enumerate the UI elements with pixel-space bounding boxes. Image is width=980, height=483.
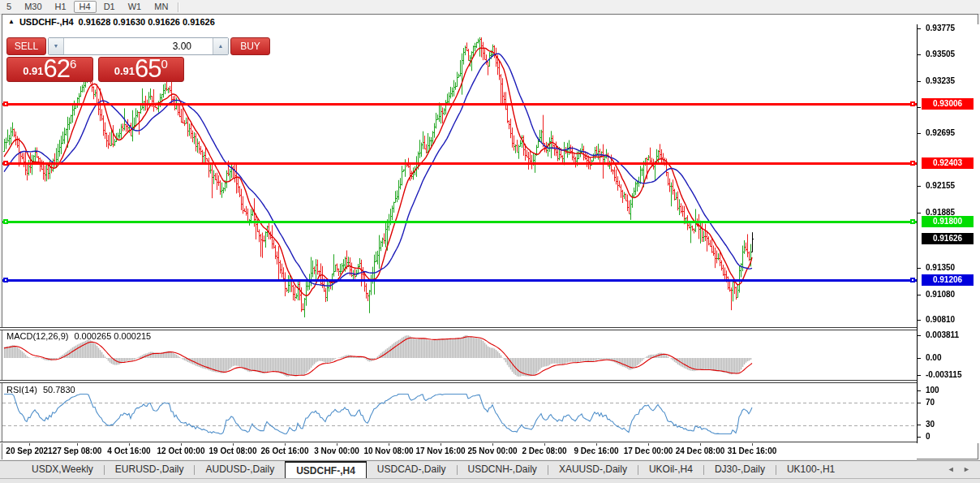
timeframe-button-5[interactable]: 5 xyxy=(1,1,17,13)
buy-button[interactable]: BUY xyxy=(230,37,270,55)
sell-price-prefix: 0.91 xyxy=(23,63,43,80)
volume-decrease-button[interactable]: ▼ xyxy=(49,38,64,54)
macd-indicator-label: MACD(12,26,9) 0.000265 0.000215 xyxy=(6,331,151,341)
price-level-handle[interactable] xyxy=(910,101,915,106)
buy-price-display[interactable]: 0.91 65 0 xyxy=(98,57,185,82)
price-level-handle[interactable] xyxy=(910,161,915,166)
timeframe-button-W1[interactable]: W1 xyxy=(122,1,148,13)
tab-uk100-h1[interactable]: UK100-,H1 xyxy=(776,461,845,478)
time-tick-mark xyxy=(233,443,234,446)
time-tick-mark xyxy=(441,443,441,446)
time-tick-mark xyxy=(337,443,337,446)
tab-eurusd-daily[interactable]: EURUSD-,Daily xyxy=(105,461,195,478)
time-tick-label: 3 Nov 00:00 xyxy=(314,446,359,455)
axis-tick-mark xyxy=(918,213,921,213)
axis-tick-label: 0 xyxy=(926,432,931,441)
time-tick-label: 2 Dec 08:00 xyxy=(522,446,566,455)
timeframe-button-D1[interactable]: D1 xyxy=(98,1,121,13)
rsi-pane-canvas[interactable] xyxy=(2,383,917,442)
tab-ukoil-h4[interactable]: UKOil-,H4 xyxy=(638,461,703,478)
axis-tick-mark xyxy=(918,107,921,108)
axis-tick-mark xyxy=(918,335,921,336)
time-tick-label: 9 Dec 16:00 xyxy=(574,446,618,455)
price-level-label[interactable]: 0.91800 xyxy=(922,216,974,227)
tab-xauusd-daily[interactable]: XAUUSD-,Daily xyxy=(548,461,638,478)
axis-tick-label: 70 xyxy=(926,398,935,407)
tab-usdx-weekly[interactable]: USDX,Weekly xyxy=(21,461,104,478)
price-level-handle[interactable] xyxy=(910,219,915,224)
time-tick-label: 19 Oct 08:00 xyxy=(209,446,257,455)
tab-usdcnh-daily[interactable]: USDCNH-,Daily xyxy=(458,461,548,478)
tab-usdchf-h4[interactable]: USDCHF-,H4 xyxy=(285,461,367,478)
chart-tabs: USDX,WeeklyEURUSD-,DailyAUDUSD-,DailyUSD… xyxy=(0,461,980,479)
axis-tick-mark xyxy=(918,403,921,403)
tab-dj30-daily[interactable]: DJ30-,Daily xyxy=(704,461,776,478)
timeframe-button-M30[interactable]: M30 xyxy=(19,1,47,13)
sell-price-display[interactable]: 0.91 62 6 xyxy=(6,57,93,82)
axis-tick-label: -0.003115 xyxy=(926,370,962,379)
sell-button[interactable]: SELL xyxy=(6,37,46,55)
axis-tick-mark xyxy=(918,425,921,425)
buy-price-prefix: 0.91 xyxy=(114,63,135,80)
axis-tick-mark xyxy=(918,81,921,82)
axis-tick-mark xyxy=(918,375,921,376)
axis-tick-mark xyxy=(918,320,921,321)
time-tick-label: 26 Oct 16:00 xyxy=(261,446,309,455)
price-level-label[interactable]: 0.91206 xyxy=(922,274,974,286)
tab-scroll-arrows[interactable]: ◄ ► xyxy=(948,465,974,473)
time-tick-mark xyxy=(700,443,701,446)
price-axis[interactable]: 0.937750.935050.932350.929650.926950.921… xyxy=(917,24,980,443)
timeframe-button-H1[interactable]: H1 xyxy=(49,1,72,13)
axis-tick-label: 30 xyxy=(926,420,935,429)
volume-stepper: ▼ ▲ xyxy=(48,37,229,55)
tab-usdcad-daily[interactable]: USDCAD-,Daily xyxy=(367,461,457,478)
axis-tick-mark xyxy=(918,390,921,391)
buy-price-big: 65 xyxy=(135,58,161,80)
axis-tick-mark xyxy=(918,295,921,295)
macd-values: 0.000265 0.000215 xyxy=(74,331,151,341)
chart-tab-bar: USDX,WeeklyEURUSD-,DailyAUDUSD-,DailyUSD… xyxy=(0,460,980,483)
tab-audusd-daily[interactable]: AUDUSD-,Daily xyxy=(195,461,285,478)
time-tick-label: 17 Dec 00:00 xyxy=(624,446,673,455)
buy-price-sup: 0 xyxy=(161,58,167,69)
time-tick-mark xyxy=(29,443,30,446)
price-level-label[interactable]: 0.93006 xyxy=(922,98,974,110)
volume-increase-button[interactable]: ▲ xyxy=(213,38,228,54)
price-level-label[interactable]: 0.91626 xyxy=(922,233,974,244)
time-tick-label: 10 Nov 08:00 xyxy=(363,446,413,455)
timeframe-toolbar: 5M30H1H4D1W1MN xyxy=(0,0,980,15)
rsi-indicator-label: RSI(14) 50.7830 xyxy=(6,385,75,395)
time-tick-mark xyxy=(752,443,753,446)
timeframe-button-H4[interactable]: H4 xyxy=(74,1,97,13)
time-tick-label: 27 Sep 08:00 xyxy=(53,446,102,455)
axis-tick-label: 100 xyxy=(926,386,939,395)
time-tick-label: 17 Nov 16:00 xyxy=(415,446,465,455)
axis-tick-label: 0.93235 xyxy=(926,76,955,85)
macd-name: MACD(12,26,9) xyxy=(6,331,68,341)
axis-tick-label: 0.92695 xyxy=(926,128,955,137)
time-tick-mark xyxy=(129,443,130,446)
axis-tick-label: 0.003811 xyxy=(926,330,959,339)
axis-tick-mark xyxy=(918,268,921,269)
time-tick-mark xyxy=(492,443,493,446)
price-level-label[interactable]: 0.92403 xyxy=(922,157,974,169)
axis-tick-mark xyxy=(918,186,921,187)
time-tick-mark xyxy=(77,443,78,446)
axis-tick-mark xyxy=(918,437,921,438)
axis-tick-mark xyxy=(918,133,921,134)
price-level-handle[interactable] xyxy=(910,278,915,282)
time-tick-mark xyxy=(181,443,182,446)
axis-tick-mark xyxy=(918,358,921,359)
axis-tick-mark xyxy=(918,28,921,29)
time-tick-label: 4 Oct 16:00 xyxy=(107,446,150,455)
axis-tick-label: 0.93775 xyxy=(926,24,955,32)
sell-price-sup: 6 xyxy=(70,58,76,69)
axis-tick-label: 0.00 xyxy=(926,353,941,362)
timeframe-button-MN[interactable]: MN xyxy=(148,1,174,13)
volume-input[interactable] xyxy=(64,38,213,54)
one-click-trade-panel: SELL ▼ ▲ BUY 0.91 62 6 0.91 65 0 xyxy=(6,37,184,82)
time-tick-mark xyxy=(285,443,286,446)
time-axis[interactable]: 20 Sep 202127 Sep 08:004 Oct 16:0012 Oct… xyxy=(2,443,917,459)
axis-tick-label: 0.92155 xyxy=(926,181,955,190)
time-tick-mark xyxy=(648,443,649,446)
